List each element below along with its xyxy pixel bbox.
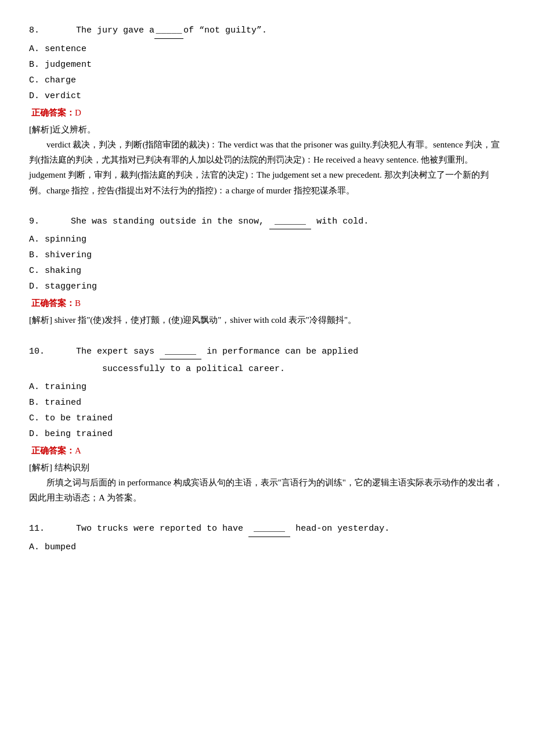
- q9-analysis-body: [解析] shiver 指"(使)发抖，使)打颤，(使)迎风飘动"，shiver…: [29, 312, 505, 327]
- q10-answer-value: A: [75, 446, 81, 455]
- q10-text-before: The expert says: [76, 347, 154, 357]
- q8-text: 8. The jury gave a_____of “not guilty”.: [29, 23, 505, 39]
- q9-option-d: D. staggering: [29, 279, 505, 294]
- q10-option-b: B. trained: [29, 395, 505, 411]
- q8-blank: _____: [154, 23, 183, 39]
- q10-text-after: in performance can be applied: [207, 347, 358, 357]
- q8-analysis-title: [解析]近义辨析。: [29, 122, 505, 137]
- q10-answer-label: 正确答案：: [31, 446, 75, 455]
- q9-answer-label: 正确答案：: [31, 298, 75, 308]
- q8-option-d: D. verdict: [29, 88, 505, 104]
- q8-text-after: of “not guilty”.: [183, 26, 267, 35]
- q11-text-before: Two trucks were reported to have: [76, 524, 243, 534]
- q10-number: 10.: [29, 347, 45, 357]
- q10-blank: ______: [160, 344, 201, 360]
- q8-option-b: B. judgement: [29, 57, 505, 73]
- question-9: 9. She was standing outside in the snow,…: [29, 214, 505, 328]
- question-8: 8. The jury gave a_____of “not guilty”. …: [29, 23, 505, 198]
- q9-blank: ______: [269, 214, 311, 230]
- q8-number: 8.: [29, 26, 39, 35]
- q9-option-b: B. shivering: [29, 247, 505, 263]
- q10-option-a: A. training: [29, 379, 505, 395]
- q8-analysis-body: verdict 裁决，判决，判断(指陪审团的裁决)：The verdict wa…: [29, 137, 505, 198]
- q8-analysis: [解析]近义辨析。 verdict 裁决，判决，判断(指陪审团的裁决)：The …: [29, 122, 505, 198]
- q10-analysis-body: 所填之词与后面的 in performance 构成宾语从句的主语，表示"言语行…: [29, 475, 505, 506]
- q9-option-a: A. spinning: [29, 232, 505, 247]
- q9-number: 9.: [29, 217, 39, 226]
- q11-option-a: A. bumped: [29, 539, 505, 555]
- question-11: 11. Two trucks were reported to have ___…: [29, 521, 505, 555]
- q8-answer-label: 正确答案：: [31, 108, 75, 117]
- q10-analysis: [解析] 结构识别 所填之词与后面的 in performance 构成宾语从句…: [29, 460, 505, 506]
- q9-option-c: C. shaking: [29, 263, 505, 279]
- q8-answer-value: D: [75, 108, 81, 117]
- q8-option-c: C. charge: [29, 73, 505, 88]
- q9-text-before: She was standing outside in the snow,: [71, 217, 264, 226]
- q10-answer: 正确答案：A: [31, 443, 505, 459]
- question-10: 10. The expert says ______ in performanc…: [29, 344, 505, 506]
- q9-answer: 正确答案：B: [31, 296, 505, 311]
- q10-option-c: C. to be trained: [29, 411, 505, 426]
- q8-answer: 正确答案：D: [31, 105, 505, 121]
- q10-option-d: D. being trained: [29, 426, 505, 442]
- q11-text-after: head-on yesterday.: [295, 524, 389, 534]
- q10-text: 10. The expert says ______ in performanc…: [29, 344, 505, 360]
- q8-option-a: A. sentence: [29, 41, 505, 57]
- q9-text-after: with cold.: [316, 217, 369, 226]
- q8-text-before: The jury gave a: [76, 26, 154, 35]
- q11-text: 11. Two trucks were reported to have ___…: [29, 521, 505, 537]
- q10-text-cont: successfully to a political career.: [29, 362, 505, 377]
- q9-analysis: [解析] shiver 指"(使)发抖，使)打颤，(使)迎风飘动"，shiver…: [29, 312, 505, 327]
- q9-answer-value: B: [75, 298, 81, 308]
- q10-analysis-title: [解析] 结构识别: [29, 460, 505, 475]
- q11-number: 11.: [29, 524, 45, 534]
- page-content: 8. The jury gave a_____of “not guilty”. …: [29, 23, 505, 555]
- q11-blank: ______: [248, 521, 290, 537]
- q9-text: 9. She was standing outside in the snow,…: [29, 214, 505, 230]
